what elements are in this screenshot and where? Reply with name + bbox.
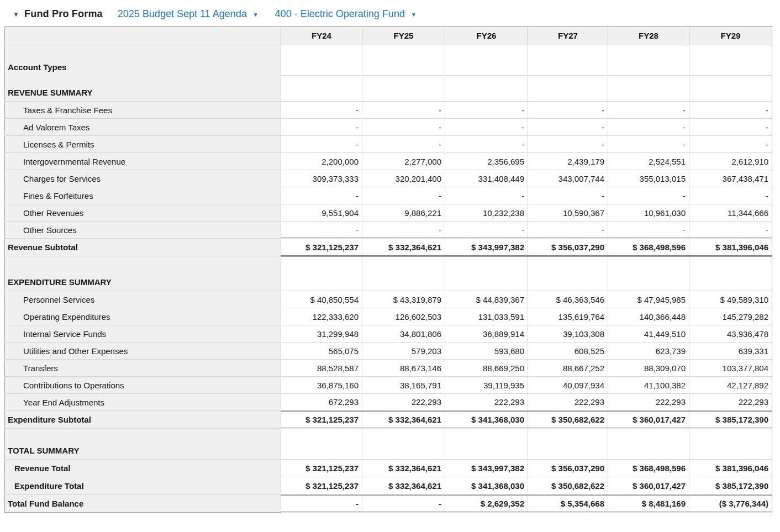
table-row: Total Fund Balance--$ 2,629,352$ 5,354,6…: [5, 495, 772, 513]
row-label: Licenses & Permits: [5, 136, 281, 153]
value-cell: $ 368,498,596: [608, 239, 689, 256]
value-cell: -: [362, 495, 445, 513]
table-row: Personnel Services$ 40,850,554$ 43,319,8…: [5, 291, 772, 308]
table-row: Operating Expenditures122,333,620126,602…: [5, 308, 772, 325]
row-label: Operating Expenditures: [5, 308, 281, 325]
value-cell: -: [281, 119, 362, 136]
value-cell: -: [528, 102, 608, 119]
value-cell: 38,165,791: [362, 377, 445, 394]
value-cell: 41,449,510: [608, 325, 689, 343]
value-cell: $ 341,368,030: [445, 477, 528, 495]
value-cell: -: [445, 136, 528, 153]
row-label: EXPENDITURE SUMMARY: [5, 256, 281, 291]
value-cell: 565,075: [281, 343, 362, 360]
value-cell: [528, 429, 608, 460]
value-cell: [689, 45, 772, 76]
table-row: Taxes & Franchise Fees------: [5, 102, 772, 119]
titlebar: ▼ Fund Pro Forma 2025 Budget Sept 11 Age…: [0, 0, 780, 26]
value-cell: $ 8,481,169: [608, 495, 689, 513]
value-cell: 88,667,252: [528, 360, 608, 377]
table-row: Year End Adjustments672,293222,293222,29…: [5, 394, 772, 411]
collapse-section-icon[interactable]: ▼: [8, 11, 24, 18]
value-cell: -: [689, 222, 772, 239]
value-cell: [528, 45, 608, 76]
value-cell: [362, 429, 445, 460]
value-cell: [445, 256, 528, 291]
value-cell: $ 321,125,237: [281, 477, 362, 495]
value-cell: 135,619,764: [528, 308, 608, 325]
value-cell: 36,889,914: [445, 325, 528, 343]
value-cell: $ 385,172,390: [689, 477, 772, 495]
value-cell: -: [528, 222, 608, 239]
fund-dropdown[interactable]: 400 - Electric Operating Fund ▼: [275, 8, 417, 20]
value-cell: 9,886,221: [362, 204, 445, 222]
value-cell: -: [608, 187, 689, 204]
value-cell: [608, 256, 689, 291]
value-cell: 320,201,400: [362, 170, 445, 187]
value-cell: 2,524,551: [608, 153, 689, 170]
value-cell: $ 332,364,621: [362, 460, 445, 477]
row-label: Revenue Subtotal: [5, 239, 281, 256]
row-label: Account Types: [5, 45, 281, 76]
column-header: FY24: [281, 27, 362, 45]
budget-version-dropdown[interactable]: 2025 Budget Sept 11 Agenda ▼: [118, 8, 259, 20]
table-row: Licenses & Permits------: [5, 136, 772, 153]
value-cell: $ 385,172,390: [689, 411, 772, 429]
column-header: FY28: [608, 27, 689, 45]
value-cell: 39,119,935: [445, 377, 528, 394]
value-cell: [608, 45, 689, 76]
value-cell: 88,673,146: [362, 360, 445, 377]
value-cell: 34,801,806: [362, 325, 445, 343]
row-label: Other Revenues: [5, 204, 281, 222]
row-label: Transfers: [5, 360, 281, 377]
pro-forma-table: FY24FY25FY26FY27FY28FY29 Account TypesRE…: [4, 26, 772, 513]
value-cell: 2,612,910: [689, 153, 772, 170]
fund-label: 400 - Electric Operating Fund: [275, 8, 405, 20]
value-cell: $ 368,498,596: [608, 460, 689, 477]
value-cell: 122,333,620: [281, 308, 362, 325]
value-cell: $ 381,396,046: [689, 239, 772, 256]
value-cell: 41,100,382: [608, 377, 689, 394]
value-cell: 367,438,471: [689, 170, 772, 187]
value-cell: 623,739: [608, 343, 689, 360]
value-cell: 126,602,503: [362, 308, 445, 325]
value-cell: 43,936,478: [689, 325, 772, 343]
value-cell: $ 332,364,621: [362, 477, 445, 495]
row-label: TOTAL SUMMARY: [5, 429, 281, 460]
value-cell: -: [445, 119, 528, 136]
table-row: Charges for Services309,373,333320,201,4…: [5, 170, 772, 187]
value-cell: -: [362, 187, 445, 204]
table-row: Account Types: [5, 45, 772, 76]
value-cell: $ 321,125,237: [281, 411, 362, 429]
budget-version-label: 2025 Budget Sept 11 Agenda: [118, 8, 247, 20]
table-row: Fines & Forfeitures------: [5, 187, 772, 204]
value-cell: $ 43,319,879: [362, 291, 445, 308]
value-cell: [281, 76, 362, 102]
value-cell: $ 46,363,546: [528, 291, 608, 308]
value-cell: [362, 45, 445, 76]
value-cell: -: [608, 119, 689, 136]
value-cell: $ 5,354,668: [528, 495, 608, 513]
value-cell: -: [528, 187, 608, 204]
value-cell: 2,439,179: [528, 153, 608, 170]
value-cell: 140,366,448: [608, 308, 689, 325]
value-cell: -: [281, 222, 362, 239]
table-row: Ad Valorem Taxes------: [5, 119, 772, 136]
value-cell: 355,013,015: [608, 170, 689, 187]
value-cell: -: [281, 136, 362, 153]
row-label: Taxes & Franchise Fees: [5, 102, 281, 119]
value-cell: -: [528, 136, 608, 153]
value-cell: -: [362, 136, 445, 153]
row-label: Revenue Total: [5, 460, 281, 477]
value-cell: 9,551,904: [281, 204, 362, 222]
value-cell: -: [608, 136, 689, 153]
value-cell: 343,007,744: [528, 170, 608, 187]
value-cell: $ 341,368,030: [445, 411, 528, 429]
value-cell: 88,309,070: [608, 360, 689, 377]
chevron-down-icon: ▼: [411, 10, 417, 18]
table-row: Contributions to Operations36,875,16038,…: [5, 377, 772, 394]
row-label: Other Sources: [5, 222, 281, 239]
table-row: Other Sources------: [5, 222, 772, 239]
value-cell: $ 44,839,367: [445, 291, 528, 308]
value-cell: [528, 256, 608, 291]
